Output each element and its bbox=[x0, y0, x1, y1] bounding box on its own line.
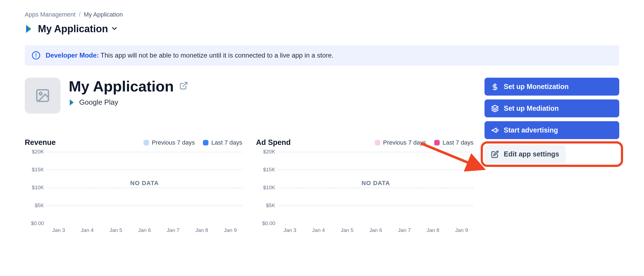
chart-legend: Previous 7 days Last 7 days bbox=[375, 139, 474, 146]
legend-label: Previous 7 days bbox=[152, 139, 195, 146]
app-selector-name: My Application bbox=[38, 23, 108, 35]
app-title: My Application bbox=[69, 78, 174, 95]
chevron-down-icon bbox=[112, 26, 117, 31]
chart-title: Ad Spend bbox=[256, 138, 291, 147]
google-play-icon bbox=[25, 24, 34, 34]
svg-point-1 bbox=[39, 92, 42, 95]
no-data-label: NO DATA bbox=[362, 180, 390, 187]
ytick: $0.00 bbox=[256, 220, 275, 226]
chart-plot-area: $20K $15K $10K $5K $0.00 NO DATA bbox=[278, 152, 474, 223]
banner-label: Developer Mode: bbox=[46, 52, 99, 59]
xtick: Jan 7 bbox=[398, 227, 411, 233]
store-row: Google Play bbox=[69, 98, 188, 107]
info-icon: ! bbox=[32, 51, 40, 59]
revenue-chart: Revenue Previous 7 days Last 7 days bbox=[25, 138, 242, 233]
xtick: Jan 9 bbox=[224, 227, 236, 233]
chart-plot-area: $20K $15K $10K $5K $0.00 NO DATA bbox=[47, 152, 242, 223]
xtick: Jan 6 bbox=[138, 227, 151, 233]
chart-title: Revenue bbox=[25, 138, 56, 147]
xtick: Jan 7 bbox=[167, 227, 179, 233]
xtick: Jan 4 bbox=[81, 227, 93, 233]
legend-label: Last 7 days bbox=[211, 139, 242, 146]
start-advertising-button[interactable]: Start advertising bbox=[485, 121, 619, 139]
layers-icon bbox=[491, 105, 499, 112]
ytick: $5K bbox=[25, 202, 44, 209]
xtick: Jan 5 bbox=[109, 227, 122, 233]
banner-text: This app will not be able to monetize un… bbox=[101, 52, 334, 59]
store-name: Google Play bbox=[79, 98, 118, 107]
breadcrumb-separator: / bbox=[79, 11, 81, 18]
xtick: Jan 9 bbox=[455, 227, 468, 233]
annotation-highlight: Edit app settings bbox=[481, 141, 623, 167]
xtick: Jan 3 bbox=[284, 227, 296, 233]
ytick: $5K bbox=[256, 202, 275, 209]
chart-xaxis: Jan 3 Jan 4 Jan 5 Jan 6 Jan 7 Jan 8 Jan … bbox=[278, 227, 474, 233]
ytick: $0.00 bbox=[25, 220, 44, 226]
ytick: $20K bbox=[25, 149, 44, 155]
ytick: $15K bbox=[25, 167, 44, 173]
no-data-label: NO DATA bbox=[130, 180, 159, 187]
breadcrumb: Apps Management / My Application bbox=[25, 11, 619, 18]
legend-previous: Previous 7 days bbox=[375, 139, 426, 146]
edit-icon bbox=[491, 150, 499, 158]
button-label: Edit app settings bbox=[504, 150, 559, 158]
external-link-icon[interactable] bbox=[179, 81, 188, 91]
button-label: Set up Mediation bbox=[504, 104, 559, 112]
setup-monetization-button[interactable]: Set up Monetization bbox=[485, 78, 619, 96]
xtick: Jan 3 bbox=[52, 227, 65, 233]
swatch-icon bbox=[203, 140, 208, 145]
breadcrumb-root[interactable]: Apps Management bbox=[25, 11, 76, 18]
edit-app-settings-button[interactable]: Edit app settings bbox=[485, 145, 566, 163]
xtick: Jan 4 bbox=[312, 227, 325, 233]
button-label: Set up Monetization bbox=[504, 83, 569, 91]
setup-mediation-button[interactable]: Set up Mediation bbox=[485, 99, 619, 117]
app-header: My Application bbox=[25, 78, 474, 113]
xtick: Jan 5 bbox=[341, 227, 353, 233]
legend-last: Last 7 days bbox=[203, 139, 242, 146]
ytick: $20K bbox=[256, 149, 275, 155]
ytick: $10K bbox=[256, 185, 275, 191]
xtick: Jan 8 bbox=[195, 227, 208, 233]
legend-previous: Previous 7 days bbox=[144, 139, 195, 146]
megaphone-icon bbox=[491, 126, 499, 134]
ytick: $10K bbox=[25, 185, 44, 191]
chart-legend: Previous 7 days Last 7 days bbox=[144, 139, 242, 146]
breadcrumb-current: My Application bbox=[84, 11, 123, 18]
swatch-icon bbox=[375, 140, 380, 145]
xtick: Jan 8 bbox=[426, 227, 439, 233]
google-play-icon bbox=[69, 99, 76, 106]
action-buttons: Set up Monetization Set up Mediation Sta… bbox=[485, 78, 619, 167]
button-label: Start advertising bbox=[504, 126, 558, 134]
adspend-chart: Ad Spend Previous 7 days Last 7 days bbox=[256, 138, 474, 233]
legend-label: Previous 7 days bbox=[383, 139, 426, 146]
app-icon-placeholder bbox=[25, 78, 60, 113]
legend-label: Last 7 days bbox=[442, 139, 474, 146]
developer-mode-banner: ! Developer Mode: This app will not be a… bbox=[25, 45, 619, 66]
swatch-icon bbox=[434, 140, 440, 145]
chart-xaxis: Jan 3 Jan 4 Jan 5 Jan 6 Jan 7 Jan 8 Jan … bbox=[47, 227, 242, 233]
legend-last: Last 7 days bbox=[434, 139, 474, 146]
svg-marker-2 bbox=[492, 105, 498, 109]
xtick: Jan 6 bbox=[369, 227, 382, 233]
app-selector[interactable]: My Application bbox=[25, 23, 619, 35]
dollar-icon bbox=[491, 83, 499, 91]
swatch-icon bbox=[144, 140, 149, 145]
ytick: $15K bbox=[256, 167, 275, 173]
